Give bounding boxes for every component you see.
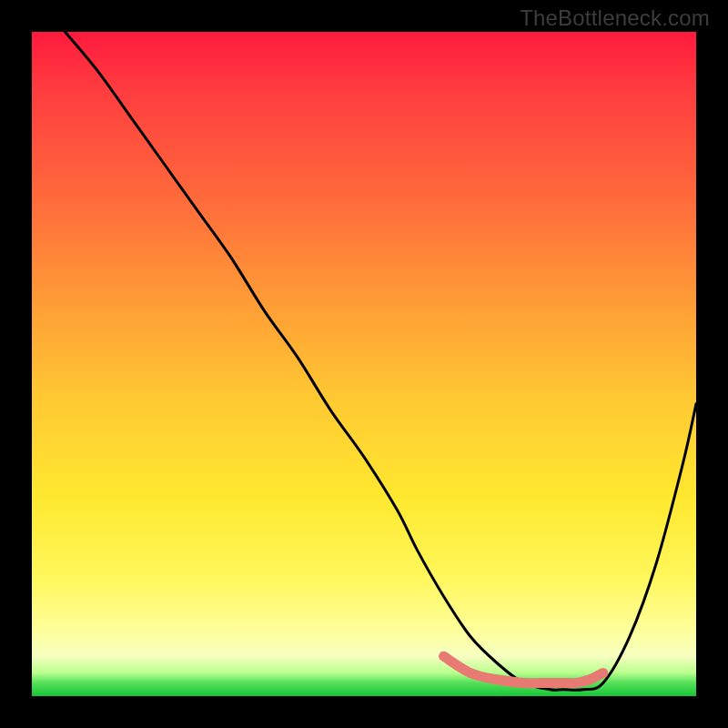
watermark-text: TheBottleneck.com [520, 5, 710, 31]
bottleneck-curve [32, 32, 696, 696]
chart-frame: TheBottleneck.com [0, 0, 728, 728]
optimal-band-marker [444, 656, 603, 682]
curve-path [66, 32, 697, 690]
plot-area [32, 32, 696, 696]
